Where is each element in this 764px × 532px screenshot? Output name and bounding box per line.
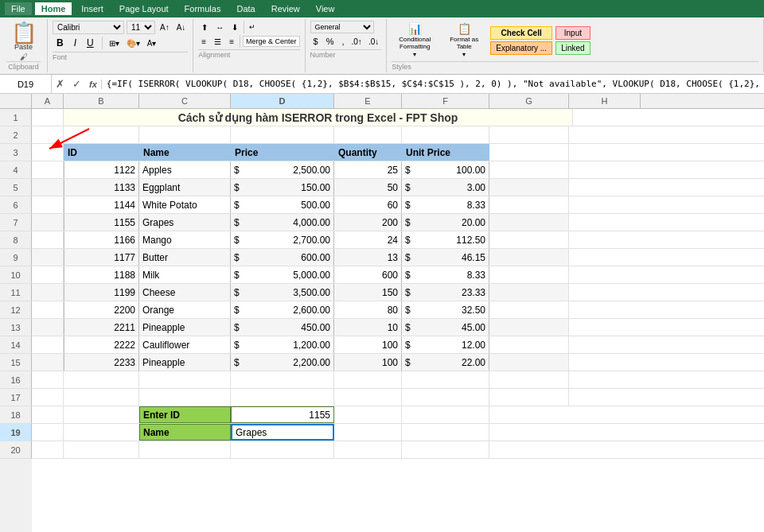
row-header-2[interactable]: 2 <box>0 126 32 144</box>
cell-C10-name[interactable]: Milk <box>139 266 231 283</box>
cell-D8-price[interactable]: $2,700.00 <box>231 231 334 248</box>
merge-center-button[interactable]: Merge & Center <box>243 36 300 47</box>
row-header-19[interactable]: 19 <box>0 424 32 441</box>
cell-B10-id[interactable]: 1188 <box>64 266 139 283</box>
cell-F4-unitprice[interactable]: $100.00 <box>402 161 489 178</box>
cell-C15-name[interactable]: Pineapple <box>139 354 231 371</box>
cell-B2[interactable] <box>64 126 139 143</box>
formula-confirm-icon[interactable]: ✓ <box>68 78 85 90</box>
conditional-formatting-button[interactable]: 📊 Conditional Formatting ▾ <box>392 21 438 60</box>
cell-F6-unitprice[interactable]: $8.33 <box>402 196 489 213</box>
cell-D14-price[interactable]: $1,200.00 <box>231 336 334 353</box>
cell-E7-qty[interactable]: 200 <box>334 214 402 231</box>
cell-F10-unitprice[interactable]: $8.33 <box>402 266 489 283</box>
cell-A1[interactable] <box>32 109 64 126</box>
align-center-button[interactable]: ☰ <box>211 36 224 48</box>
col-header-C[interactable]: C <box>139 94 231 108</box>
cell-B1-merged[interactable]: Cách sử dụng hàm ISERROR trong Excel - F… <box>64 109 573 126</box>
explanatory-button[interactable]: Explanatory ... <box>490 41 552 55</box>
cell-G10[interactable] <box>489 266 569 283</box>
row-header-12[interactable]: 12 <box>0 301 32 319</box>
tab-file[interactable]: File <box>5 2 32 15</box>
wrap-text-button[interactable]: ↵ <box>247 21 258 33</box>
cell-B5-id[interactable]: 1133 <box>64 179 139 196</box>
cell-C18-enter-id-label[interactable]: Enter ID <box>139 406 231 423</box>
cell-B15-id[interactable]: 2233 <box>64 354 139 371</box>
cell-C2[interactable] <box>139 126 231 143</box>
cell-C8-name[interactable]: Mango <box>139 231 231 248</box>
cell-C7-name[interactable]: Grapes <box>139 214 231 231</box>
tab-data[interactable]: Data <box>230 2 261 15</box>
cell-E19[interactable] <box>334 424 402 441</box>
row-header-8[interactable]: 8 <box>0 231 32 249</box>
cell-F7-unitprice[interactable]: $20.00 <box>402 214 489 231</box>
tab-view[interactable]: View <box>310 2 341 15</box>
cell-F3-unitprice[interactable]: Unit Price <box>402 144 489 161</box>
fill-color-button[interactable]: 🎨▾ <box>124 37 142 49</box>
cell-E10-qty[interactable]: 600 <box>334 266 402 283</box>
dollar-button[interactable]: $ <box>310 35 322 48</box>
row-header-6[interactable]: 6 <box>0 196 32 214</box>
tab-formulas[interactable]: Formulas <box>178 2 228 15</box>
cell-G3[interactable] <box>489 144 569 161</box>
cell-E3-qty[interactable]: Quantity <box>334 144 402 161</box>
cell-F14-unitprice[interactable]: $12.00 <box>402 336 489 353</box>
cell-A2[interactable] <box>32 126 64 143</box>
comma-button[interactable]: , <box>338 35 347 48</box>
cell-G6[interactable] <box>489 196 569 213</box>
font-color-button[interactable]: A▾ <box>145 37 159 49</box>
cell-A9[interactable] <box>32 249 64 266</box>
cell-D6-price[interactable]: $500.00 <box>231 196 334 213</box>
border-button[interactable]: ⊞▾ <box>107 37 122 49</box>
cell-G15[interactable] <box>489 354 569 371</box>
row-header-7[interactable]: 7 <box>0 214 32 231</box>
cell-E8-qty[interactable]: 24 <box>334 231 402 248</box>
row-header-14[interactable]: 14 <box>0 336 32 354</box>
cell-D15-price[interactable]: $2,200.00 <box>231 354 334 371</box>
cell-D5-price[interactable]: $150.00 <box>231 179 334 196</box>
col-header-B[interactable]: B <box>64 94 139 108</box>
tab-insert[interactable]: Insert <box>75 2 110 15</box>
cell-G4[interactable] <box>489 161 569 178</box>
cell-G14[interactable] <box>489 336 569 353</box>
tab-page-layout[interactable]: Page Layout <box>113 2 175 15</box>
number-format-select[interactable]: General <box>310 21 374 33</box>
decrease-font-button[interactable]: A↓ <box>174 21 189 33</box>
cell-G12[interactable] <box>489 301 569 318</box>
row-header-20[interactable]: 20 <box>0 441 32 459</box>
cell-F8-unitprice[interactable]: $112.50 <box>402 231 489 248</box>
cell-C9-name[interactable]: Butter <box>139 249 231 266</box>
cell-G13[interactable] <box>489 319 569 336</box>
cell-E5-qty[interactable]: 50 <box>334 179 402 196</box>
italic-button[interactable]: I <box>70 36 80 50</box>
tab-review[interactable]: Review <box>265 2 306 15</box>
cell-E13-qty[interactable]: 10 <box>334 319 402 336</box>
col-header-D[interactable]: D <box>231 94 334 108</box>
cell-C6-name[interactable]: White Potato <box>139 196 231 213</box>
cell-B6-id[interactable]: 1144 <box>64 196 139 213</box>
cell-D13-price[interactable]: $450.00 <box>231 319 334 336</box>
row-header-15[interactable]: 15 <box>0 354 32 371</box>
cell-C5-name[interactable]: Eggplant <box>139 179 231 196</box>
cell-E4-qty[interactable]: 25 <box>334 161 402 178</box>
paste-button[interactable]: 📋 Paste <box>10 21 38 52</box>
row-header-18[interactable]: 18 <box>0 406 32 424</box>
cell-C13-name[interactable]: Pineapple <box>139 319 231 336</box>
cell-B19[interactable] <box>64 424 139 441</box>
formula-cancel-icon[interactable]: ✗ <box>52 78 68 90</box>
align-right-button[interactable]: ≡ <box>226 36 237 48</box>
align-top-button[interactable]: ⬆ <box>198 21 211 33</box>
cell-F9-unitprice[interactable]: $46.15 <box>402 249 489 266</box>
row-header-4[interactable]: 4 <box>0 161 32 179</box>
format-painter-button[interactable]: 🖌 <box>20 52 28 61</box>
cell-A19[interactable] <box>32 424 64 441</box>
cell-B12-id[interactable]: 2200 <box>64 301 139 318</box>
row-header-16[interactable]: 16 <box>0 371 32 389</box>
formula-content[interactable]: {=IF( ISERROR( VLOOKUP( D18, CHOOSE( {1,… <box>102 79 764 89</box>
align-left-button[interactable]: ≡ <box>198 36 209 48</box>
cell-D19-name-value[interactable]: Grapes <box>231 424 334 441</box>
cell-A11[interactable] <box>32 284 64 301</box>
insert-function-icon[interactable]: fx <box>85 80 102 89</box>
cell-D12-price[interactable]: $2,600.00 <box>231 301 334 318</box>
cell-A13[interactable] <box>32 319 64 336</box>
